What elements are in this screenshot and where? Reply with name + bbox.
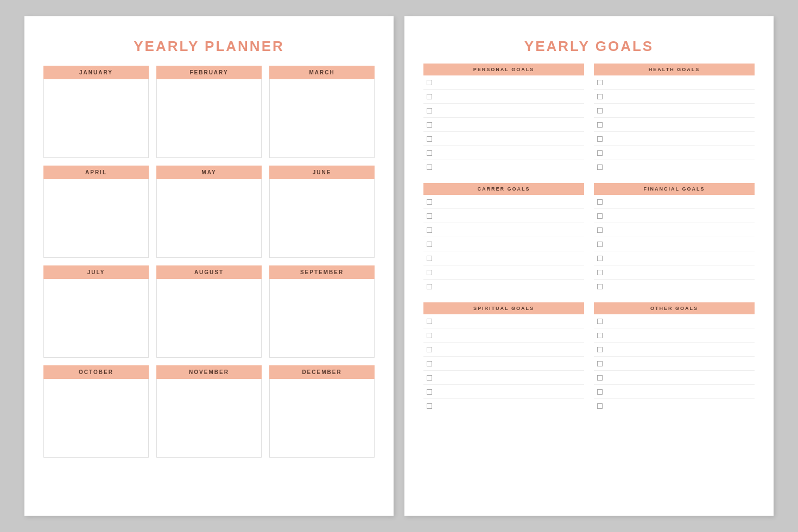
goal-section-carrer-goals: CARRER GOALS: [423, 183, 584, 294]
goal-item: [423, 314, 584, 328]
checkbox-icon[interactable]: [597, 80, 603, 85]
goal-item: [594, 265, 755, 280]
goal-item: [423, 90, 584, 104]
month-body-may: [156, 179, 262, 258]
goal-header-spiritual-goals: SPIRITUAL GOALS: [423, 302, 584, 314]
month-body-december: [269, 379, 375, 458]
month-block-september: SEPTEMBER: [269, 265, 375, 358]
month-block-october: OCTOBER: [43, 365, 149, 458]
month-grid: JANUARYFEBRUARYMARCHAPRILMAYJUNEJULYAUGU…: [43, 66, 375, 458]
checkbox-icon[interactable]: [597, 136, 603, 142]
goal-item: [423, 146, 584, 160]
checkbox-icon[interactable]: [597, 108, 603, 113]
checkbox-icon[interactable]: [597, 227, 603, 233]
checkbox-icon[interactable]: [597, 389, 603, 395]
month-header-january: JANUARY: [43, 66, 149, 79]
goal-item: [423, 343, 584, 357]
goal-items-other-goals: [594, 314, 755, 413]
checkbox-icon[interactable]: [597, 164, 603, 170]
checkbox-icon[interactable]: [597, 199, 603, 205]
goal-item: [423, 251, 584, 265]
checkbox-icon[interactable]: [427, 150, 432, 156]
checkbox-icon[interactable]: [597, 122, 603, 128]
planner-title: YEARLY PLANNER: [43, 38, 375, 55]
checkbox-icon[interactable]: [597, 242, 603, 247]
goal-item: [594, 223, 755, 237]
goal-section-spiritual-goals: SPIRITUAL GOALS: [423, 302, 584, 413]
month-block-november: NOVEMBER: [156, 365, 262, 458]
month-header-february: FEBRUARY: [156, 66, 262, 79]
checkbox-icon[interactable]: [427, 122, 432, 128]
goal-header-health-goals: HEALTH GOALS: [594, 64, 755, 75]
goal-item: [594, 371, 755, 385]
checkbox-icon[interactable]: [597, 403, 603, 409]
goal-items-spiritual-goals: [423, 314, 584, 413]
month-header-july: JULY: [43, 265, 149, 279]
checkbox-icon[interactable]: [427, 108, 432, 113]
checkbox-icon[interactable]: [427, 270, 432, 275]
checkbox-icon[interactable]: [597, 333, 603, 338]
goal-item: [423, 265, 584, 280]
goal-items-personal-goals: [423, 75, 584, 174]
checkbox-icon[interactable]: [427, 227, 432, 233]
goal-items-carrer-goals: [423, 195, 584, 294]
goals-grid: PERSONAL GOALSHEALTH GOALSCARRER GOALSFI…: [423, 64, 755, 413]
checkbox-icon[interactable]: [427, 375, 432, 381]
month-header-june: JUNE: [269, 166, 375, 179]
checkbox-icon[interactable]: [427, 319, 432, 324]
goal-section-other-goals: OTHER GOALS: [594, 302, 755, 413]
checkbox-icon[interactable]: [597, 375, 603, 381]
checkbox-icon[interactable]: [427, 284, 432, 289]
goal-header-carrer-goals: CARRER GOALS: [423, 183, 584, 195]
month-header-march: MARCH: [269, 66, 375, 79]
checkbox-icon[interactable]: [427, 80, 432, 85]
goal-item: [423, 104, 584, 118]
goal-item: [594, 328, 755, 343]
checkbox-icon[interactable]: [597, 347, 603, 352]
month-block-july: JULY: [43, 265, 149, 358]
month-header-november: NOVEMBER: [156, 365, 262, 379]
checkbox-icon[interactable]: [597, 270, 603, 275]
checkbox-icon[interactable]: [427, 136, 432, 142]
goal-item: [594, 280, 755, 294]
month-body-january: [43, 79, 149, 158]
month-block-august: AUGUST: [156, 265, 262, 358]
checkbox-icon[interactable]: [597, 256, 603, 261]
checkbox-icon[interactable]: [427, 403, 432, 409]
checkbox-icon[interactable]: [427, 333, 432, 338]
checkbox-icon[interactable]: [427, 242, 432, 247]
goal-item: [594, 146, 755, 160]
goal-item: [423, 75, 584, 90]
goal-item: [594, 118, 755, 132]
goal-item: [423, 223, 584, 237]
goal-item: [423, 132, 584, 146]
goal-item: [594, 195, 755, 209]
goal-items-health-goals: [594, 75, 755, 174]
checkbox-icon[interactable]: [597, 284, 603, 289]
checkbox-icon[interactable]: [597, 213, 603, 219]
goal-item: [594, 399, 755, 413]
goals-title: YEARLY GOALS: [423, 38, 755, 55]
checkbox-icon[interactable]: [427, 389, 432, 395]
checkbox-icon[interactable]: [427, 199, 432, 205]
checkbox-icon[interactable]: [597, 361, 603, 366]
goal-item: [423, 399, 584, 413]
goal-item: [423, 118, 584, 132]
checkbox-icon[interactable]: [427, 94, 432, 99]
checkbox-icon[interactable]: [427, 256, 432, 261]
goal-header-other-goals: OTHER GOALS: [594, 302, 755, 314]
checkbox-icon[interactable]: [427, 347, 432, 352]
checkbox-icon[interactable]: [597, 319, 603, 324]
goal-item: [423, 280, 584, 294]
month-body-september: [269, 279, 375, 358]
checkbox-icon[interactable]: [427, 164, 432, 170]
checkbox-icon[interactable]: [427, 213, 432, 219]
checkbox-icon[interactable]: [597, 94, 603, 99]
goal-item: [594, 104, 755, 118]
checkbox-icon[interactable]: [427, 361, 432, 366]
goal-item: [594, 132, 755, 146]
month-header-october: OCTOBER: [43, 365, 149, 379]
goal-item: [594, 251, 755, 265]
checkbox-icon[interactable]: [597, 150, 603, 156]
goal-section-financial-goals: FINANCIAL GOALS: [594, 183, 755, 294]
